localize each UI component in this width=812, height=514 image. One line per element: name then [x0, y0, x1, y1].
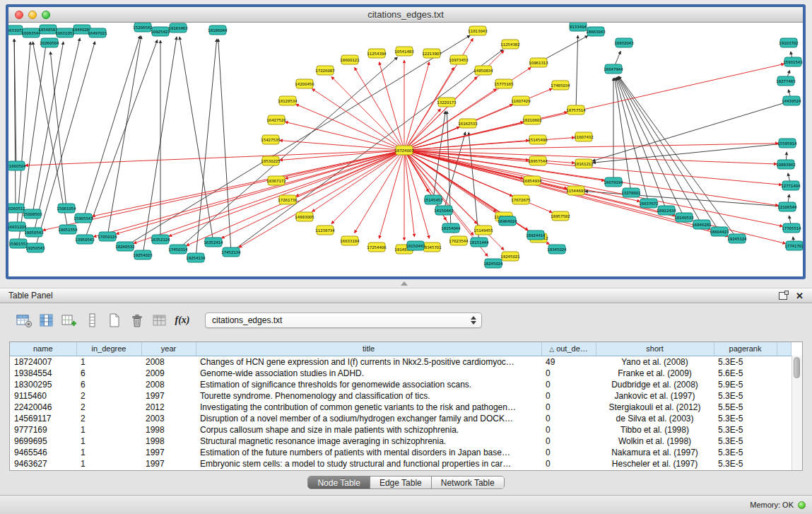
graph-node[interactable]: 18604423 [710, 227, 729, 236]
graph-edge[interactable] [379, 151, 404, 238]
graph-node[interactable]: 18757514 [566, 105, 586, 115]
graph-edge[interactable] [576, 35, 578, 110]
table-row[interactable]: 911546021997Tourette syndrome. Phenomeno… [10, 390, 792, 402]
graph-node[interactable]: 18663043 [586, 27, 605, 36]
graph-node[interactable]: 15145453 [423, 195, 442, 204]
column-header-name[interactable]: name [10, 342, 76, 356]
graph-node[interactable]: 18277483 [776, 76, 795, 86]
graph-node[interactable]: 13950543 [75, 235, 94, 244]
graph-node[interactable]: 13220173 [437, 98, 456, 107]
graph-node[interactable]: 19183463 [168, 23, 187, 33]
graph-node[interactable]: 19345024 [547, 245, 567, 254]
network-canvas-container[interactable]: 1872400710541483122139071097345314850834… [8, 23, 803, 276]
graph-edge[interactable] [85, 40, 158, 240]
graph-edge[interactable] [404, 151, 429, 238]
graph-node[interactable]: 17623544 [449, 236, 469, 245]
graph-node[interactable]: 14150443 [434, 206, 453, 215]
graph-node[interactable]: 15595814 [777, 139, 797, 148]
graph-node[interactable]: 19245124 [727, 234, 747, 243]
graph-edge[interactable] [404, 62, 429, 150]
graph-node[interactable]: 10961313 [529, 58, 548, 67]
column-header-pagerank[interactable]: pagerank [714, 342, 777, 356]
graph-edge[interactable] [17, 42, 30, 226]
graph-node[interactable]: 16633184 [340, 236, 360, 245]
graph-edge[interactable] [379, 62, 404, 150]
tab-edge-table[interactable]: Edge Table [370, 477, 431, 489]
window-titlebar[interactable]: citations_edges.txt [8, 7, 803, 23]
graph-node[interactable]: 18245024 [483, 259, 503, 268]
graph-edge[interactable] [222, 151, 404, 238]
function-builder-button[interactable]: f(x) [172, 311, 192, 329]
graph-node[interactable]: 15206542 [133, 23, 152, 32]
graph-node[interactable]: 14893005 [295, 212, 314, 221]
graph-node[interactable]: 11607429 [511, 96, 531, 105]
graph-node[interactable]: 19051554 [58, 225, 78, 234]
graph-node[interactable]: 15149455 [473, 226, 493, 235]
column-header-short[interactable]: short [596, 342, 714, 356]
graph-node[interactable]: 10925423 [151, 27, 170, 36]
graph-edge[interactable] [404, 144, 778, 151]
table-row[interactable]: 1872400712008Changes of HCN gene express… [10, 356, 792, 368]
graph-node[interactable]: 17485034 [551, 81, 570, 90]
table-row[interactable]: 2242004622012Investigating the contribut… [10, 402, 792, 413]
graph-edge[interactable] [218, 39, 231, 252]
table-row[interactable]: 946554611997Estimation of the future num… [10, 447, 792, 458]
column-header-out_de[interactable]: △out_de… [541, 342, 596, 356]
table-row[interactable]: 1938455462009Genome-wide association stu… [10, 368, 792, 379]
graph-node[interactable]: 16679194 [604, 177, 623, 187]
splitter-handle[interactable] [401, 281, 408, 286]
graph-edge[interactable] [34, 38, 80, 232]
graph-node[interactable]: 20260504 [40, 38, 59, 47]
graph-node[interactable]: 19254134 [186, 253, 206, 262]
graph-node[interactable]: 16637672 [639, 199, 658, 208]
graph-node[interactable]: 11607432 [574, 132, 593, 141]
graph-node[interactable]: 8133404 [570, 23, 587, 31]
graph-node[interactable]: 18367172 [266, 176, 286, 185]
table-select[interactable]: citations_edges.txt [205, 313, 482, 328]
graph-edge[interactable] [83, 36, 140, 218]
graph-edge[interactable] [50, 52, 66, 208]
graph-node[interactable]: 10893842 [776, 160, 795, 169]
graph-node[interactable]: 17050124 [98, 232, 117, 241]
graph-node[interactable]: 19245021 [500, 252, 519, 261]
graph-node[interactable]: 18724007 [394, 146, 413, 155]
graph-edge[interactable] [107, 36, 141, 236]
table-row[interactable]: 969969511998Structural magnetic resonanc… [10, 436, 792, 447]
graph-node[interactable]: 16846281 [692, 220, 711, 229]
graph-node[interactable]: 19103702 [779, 38, 798, 47]
graph-node[interactable]: 18128534 [278, 96, 298, 105]
graph-node[interactable]: 15775165 [494, 79, 513, 88]
graph-node[interactable]: 17226087 [315, 66, 334, 75]
graph-node[interactable]: 18150443 [406, 241, 425, 250]
graph-node[interactable]: 18240532 [115, 242, 134, 251]
table-mode-button[interactable] [14, 311, 34, 329]
graph-node[interactable]: 18957582 [551, 211, 570, 221]
zoom-button[interactable] [42, 11, 50, 19]
graph-node[interactable]: 16352124 [151, 235, 170, 244]
graph-node[interactable]: 18912434 [657, 206, 676, 215]
graph-edge[interactable] [143, 37, 177, 255]
graph-node[interactable]: 16162533 [458, 119, 477, 128]
graph-edge[interactable] [404, 151, 778, 206]
tab-network-table[interactable]: Network Table [431, 477, 504, 489]
graph-node[interactable]: 11254394 [367, 49, 387, 58]
graph-node[interactable]: 14439524 [782, 96, 801, 105]
graph-node[interactable]: 18161212 [574, 159, 593, 168]
graph-node[interactable]: 19050543 [24, 228, 43, 237]
graph-node[interactable]: 11254382 [500, 40, 519, 49]
graph-node[interactable]: 14850834 [473, 66, 493, 75]
tab-node-table[interactable]: Node Table [308, 477, 370, 489]
graph-edge[interactable] [312, 151, 404, 212]
graph-node[interactable]: 15905543 [73, 214, 93, 223]
graph-node[interactable]: 16427526 [266, 115, 286, 124]
graph-edge[interactable] [169, 151, 404, 237]
graph-node[interactable]: 18186044 [208, 25, 228, 35]
graph-node[interactable]: 10973453 [449, 55, 468, 64]
graph-node[interactable]: 13278601 [621, 188, 640, 197]
graph-edge[interactable] [296, 105, 404, 151]
graph-edge[interactable] [93, 151, 404, 216]
table-row[interactable]: 977716911998Corpus callosum shape and si… [10, 424, 792, 436]
graph-node[interactable]: 11238734 [315, 226, 335, 235]
table-row[interactable]: 1830029562008Estimation of significance … [10, 379, 792, 390]
graph-node[interactable]: 21660504 [8, 161, 26, 170]
